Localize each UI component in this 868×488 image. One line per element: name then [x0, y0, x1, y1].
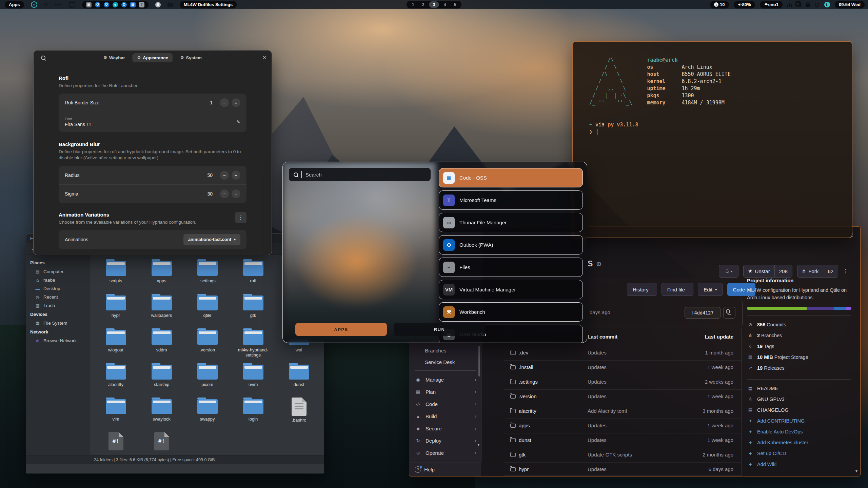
file-name[interactable]: .version — [519, 393, 537, 399]
sidebar-place-item[interactable]: ▥ Trash — [26, 301, 90, 310]
file-grid-item[interactable]: starship — [139, 362, 184, 396]
table-row[interactable]: alacritty Add Alacritty toml 3 months ag… — [504, 404, 742, 419]
scroll-down-icon[interactable]: ▾ — [477, 443, 479, 447]
file-grid-item[interactable]: .version — [184, 327, 230, 362]
decrement-button[interactable]: − — [220, 171, 229, 180]
file-name[interactable]: dunst — [519, 437, 531, 443]
file-name[interactable]: .install — [519, 364, 533, 370]
tab-run[interactable]: RUN — [394, 323, 485, 336]
dock-app-icon[interactable]: ▦ — [86, 2, 92, 7]
dock-app-icon[interactable]: ? — [139, 2, 144, 7]
power-icon[interactable] — [814, 2, 820, 7]
actions-kebab-icon[interactable]: ⋮ — [843, 268, 848, 274]
file-name[interactable]: apps — [519, 423, 530, 428]
updates-pill[interactable]: ↓ 10 — [710, 1, 729, 8]
dock-app-icon[interactable]: ▤ — [130, 2, 136, 7]
file-name[interactable]: gtk — [519, 452, 526, 458]
dock-app-icon[interactable]: O — [104, 2, 109, 7]
project-doc-link[interactable]: ▤ CHANGELOG — [747, 405, 851, 415]
repo-button[interactable]: Edit▾ — [698, 283, 723, 296]
edit-icon[interactable]: ✎ — [236, 119, 240, 125]
table-row[interactable]: .dev Updates 1 month ago — [504, 346, 742, 360]
file-grid-item[interactable]: rofi — [230, 258, 276, 293]
tab-apps[interactable]: APPS — [295, 323, 387, 336]
commit-message[interactable]: Update GTK scripts — [588, 452, 632, 458]
file-grid-item[interactable]: .bashrc — [276, 396, 322, 431]
commit-message[interactable]: Updates — [588, 350, 607, 355]
repo-button[interactable]: Find file — [662, 283, 694, 296]
file-name[interactable]: .settings — [519, 379, 538, 385]
file-grid-item[interactable]: picom — [184, 362, 230, 396]
sidebar-group[interactable]: ⊕ Operate › — [409, 447, 481, 459]
workspace-button[interactable]: 4 — [440, 1, 449, 8]
language-bar[interactable] — [747, 307, 851, 310]
workspace-button[interactable]: 3 — [429, 1, 439, 8]
file-name[interactable]: hypr — [519, 466, 529, 472]
table-row[interactable]: hypr Updates 6 days ago — [504, 462, 742, 475]
system-monitor-icon[interactable] — [787, 2, 792, 7]
settings-tab[interactable]: ⚙ System — [176, 53, 206, 62]
fork-count[interactable]: 62 — [823, 265, 838, 277]
folder-icon[interactable] — [167, 3, 173, 7]
network-pill[interactable]: eno1 — [760, 1, 783, 8]
increment-button[interactable]: + — [232, 171, 240, 180]
sidebar-group[interactable]: ▲ Build › — [409, 410, 481, 422]
file-grid-item[interactable]: #! — [139, 431, 184, 455]
increment-button[interactable]: + — [232, 189, 240, 198]
dock-app-icon[interactable]: O — [121, 2, 127, 7]
table-row[interactable]: .settings Updates 2 weeks ago — [504, 375, 742, 389]
commit-message[interactable]: Add Alacritty toml — [588, 408, 627, 414]
project-stat[interactable]: ▤ 10 MiB Project Storage — [747, 352, 851, 363]
sidebar-device-item[interactable]: ▦ File System — [26, 319, 90, 327]
lock-icon[interactable] — [806, 4, 810, 7]
table-row[interactable]: dunst Updates 1 week ago — [504, 433, 742, 448]
unstar-button[interactable]: ★Unstar — [744, 265, 774, 277]
commit-message[interactable]: Updates — [588, 466, 607, 472]
file-grid-item[interactable]: alacritty — [93, 362, 139, 396]
copy-hash-button[interactable] — [723, 307, 735, 319]
clipboard-icon[interactable] — [796, 2, 801, 7]
commit-message[interactable]: Updates — [588, 393, 607, 399]
sidebar-place-item[interactable]: ▬ Desktop — [26, 284, 90, 293]
project-doc-link[interactable]: § GNU GPLv3 — [747, 394, 851, 405]
file-grid-item[interactable]: login — [230, 396, 276, 431]
file-name[interactable]: alacritty — [519, 408, 536, 414]
sidebar-place-item[interactable]: ▤ Computer — [26, 267, 90, 276]
ml4w-logo-icon[interactable]: L — [824, 2, 830, 7]
settings-titlebar[interactable]: ⚙ Waybar ⚙ Appearance ⚙ System × — [34, 50, 272, 65]
file-grid-item[interactable]: sddm — [139, 327, 184, 362]
close-icon[interactable]: × — [263, 54, 266, 61]
more-dots-icon[interactable]: ••• — [55, 2, 62, 7]
launcher-app-item[interactable]: ▭ Thunar File Manager — [439, 213, 583, 232]
table-row[interactable]: .version Updates 1 week ago — [504, 389, 742, 404]
notification-bell-button[interactable]: ▾ — [719, 265, 738, 278]
sidebar-group[interactable]: ▥ Monitor › — [409, 459, 481, 463]
workspace-button[interactable]: 5 — [451, 1, 459, 8]
launcher-app-item[interactable]: ⚒ Workbench — [439, 302, 583, 322]
file-grid-item[interactable]: #! — [93, 431, 139, 455]
workspace-button[interactable]: 2 — [419, 1, 428, 8]
table-row[interactable]: .install Updates 1 week ago — [504, 360, 742, 375]
project-action-link[interactable]: + Enable Auto DevOps — [747, 426, 851, 437]
commit-message[interactable]: Updates — [588, 364, 607, 370]
file-grid-item[interactable]: nvim — [230, 362, 276, 396]
file-grid-item[interactable]: ml4w-hyprland-settings — [230, 327, 276, 362]
sidebar-subitem[interactable]: Branches — [409, 345, 481, 356]
project-stat[interactable]: ⊙ 856 Commits — [747, 319, 851, 330]
file-grid-item[interactable]: scripts — [93, 258, 139, 293]
project-action-link[interactable]: + Add CONTRIBUTING — [747, 415, 851, 426]
scroll-down-icon[interactable]: ▾ — [855, 469, 857, 473]
file-grid-item[interactable]: apps — [139, 258, 184, 293]
table-row[interactable]: gtk Update GTK scripts 2 months ago — [504, 448, 742, 462]
clock-pill[interactable]: 09:54 Wed — [835, 1, 865, 8]
file-grid-item[interactable]: vim — [93, 396, 139, 431]
commit-message[interactable]: Updates — [588, 437, 607, 443]
file-grid-item[interactable]: swaylock — [139, 396, 184, 431]
sidebar-group[interactable]: ↻ Deploy › — [409, 434, 481, 447]
project-action-link[interactable]: + Add Wiki — [747, 459, 851, 470]
last-update-header[interactable]: Last update — [705, 334, 733, 340]
file-grid-item[interactable]: wlogout — [93, 327, 139, 362]
animations-dropdown[interactable]: animations-fast.conf ▾ — [183, 234, 240, 245]
sidebar-group[interactable]: ◆ Secure › — [409, 422, 481, 434]
launcher-app-item[interactable]: O Outlook (PWA) — [439, 235, 583, 255]
